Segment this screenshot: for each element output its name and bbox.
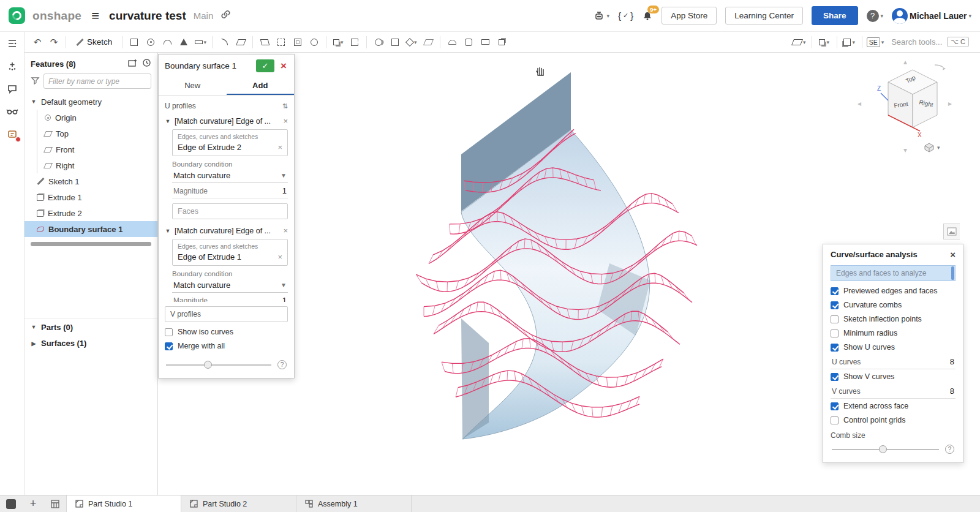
reorder-icon[interactable]: ⇅ [282, 102, 288, 110]
checkbox-unchecked[interactable] [165, 328, 173, 336]
loft-icon[interactable] [176, 35, 192, 50]
tab-add[interactable]: Add [227, 77, 295, 95]
share-button[interactable]: Share [812, 6, 858, 25]
named-views-icon[interactable]: ▾ [842, 35, 858, 50]
view-cube[interactable]: Top Front Right Z X ◂ ▸ ▴ ▾ [856, 59, 960, 157]
analysis-panel-toggle[interactable] [943, 224, 960, 239]
boundary-condition-dropdown[interactable]: Match curvature▼ [172, 168, 288, 183]
learning-assistant-icon[interactable] [5, 127, 20, 141]
slider-thumb[interactable] [879, 445, 887, 453]
comments-icon[interactable] [5, 81, 20, 96]
slider-thumb[interactable] [204, 361, 212, 369]
create-folder-icon[interactable] [127, 59, 137, 69]
edge-picker-field[interactable]: Edges, curves and sketches Edge of Extru… [172, 239, 288, 266]
tree-item-front-plane[interactable]: Front [37, 141, 157, 157]
show-u-curves-checkbox[interactable]: Show U curves [831, 340, 956, 354]
comb-size-slider[interactable] [832, 449, 939, 450]
surfaces-section[interactable]: ▶ Surfaces (1) [24, 335, 157, 352]
boundary-condition-dropdown[interactable]: Match curvature▼ [172, 277, 288, 293]
manage-tabs-button[interactable] [0, 495, 22, 512]
checkbox-checked[interactable] [831, 373, 839, 381]
insert-elements-icon[interactable] [5, 59, 20, 73]
control-point-grids-checkbox[interactable]: Control point grids [831, 413, 956, 427]
chevron-down-icon[interactable]: ▼ [165, 228, 171, 234]
chevron-right-icon[interactable]: ▶ [31, 341, 37, 347]
tab-list-icon[interactable] [44, 495, 66, 512]
notifications-bell-icon[interactable]: 9+ [642, 10, 653, 21]
u-curves-field[interactable]: U curves 8 [831, 354, 956, 369]
branch-name[interactable]: Main [194, 10, 214, 21]
chevron-down-icon[interactable]: ▼ [165, 118, 171, 124]
feature-list-icon[interactable] [5, 36, 20, 51]
undo-button[interactable]: ↶ [29, 35, 45, 50]
parts-section[interactable]: ▼ Parts (0) [24, 318, 157, 335]
tab-new[interactable]: New [159, 77, 227, 95]
measure-icon[interactable]: ▾ [791, 35, 807, 50]
tree-item-origin[interactable]: Origin [37, 110, 157, 126]
chevron-down-icon[interactable]: ▼ [31, 324, 37, 330]
draft-icon[interactable] [257, 35, 273, 50]
learning-center-button[interactable]: Learning Center [725, 7, 803, 24]
share-link-icon[interactable] [221, 9, 231, 22]
merge-with-all-checkbox[interactable]: Merge with all [165, 339, 288, 353]
magnitude-field[interactable]: Magnitude 1 [172, 183, 288, 198]
checkbox-checked[interactable] [831, 402, 839, 410]
tree-item-right-plane[interactable]: Right [37, 157, 157, 173]
accept-button[interactable]: ✓ [256, 59, 274, 72]
u-profile-entry-1[interactable]: ▼ [Match curvature] Edge of ... × [165, 113, 288, 128]
checkbox-unchecked[interactable] [831, 329, 839, 337]
boolean-icon[interactable] [371, 35, 386, 50]
isometric-view-button[interactable]: ▾ [924, 142, 940, 153]
checkbox-checked[interactable] [831, 301, 839, 309]
edges-faces-input[interactable]: Edges and faces to analyze [831, 265, 956, 281]
show-v-curves-checkbox[interactable]: Show V curves [831, 369, 956, 383]
tree-item-boundary-surface-1[interactable]: Boundary surface 1 [24, 221, 157, 237]
u-profile-entry-2[interactable]: ▼ [Match curvature] Edge of ... × [165, 223, 288, 238]
custom-feature-se-button[interactable]: SE▾ [867, 35, 884, 50]
split-icon[interactable] [387, 35, 403, 50]
clear-selection-icon[interactable]: × [277, 143, 282, 152]
add-tab-button[interactable]: + [22, 495, 44, 512]
tree-item-extrude-2[interactable]: Extrude 2 [24, 205, 157, 221]
analysis-glasses-icon[interactable] [5, 104, 20, 119]
sketch-button[interactable]: Sketch [70, 37, 118, 47]
onshape-logo-icon[interactable] [9, 7, 25, 24]
feature-filter-input[interactable] [43, 73, 151, 89]
checkbox-unchecked[interactable] [831, 315, 839, 323]
move-face-icon[interactable] [477, 35, 493, 50]
magnitude-field[interactable]: Magnitude 1 [172, 293, 288, 302]
extrude-icon[interactable] [126, 35, 142, 50]
remove-entry-icon[interactable]: × [283, 116, 288, 126]
search-tools[interactable]: Search tools... ⌥ C [885, 35, 975, 49]
show-iso-curves-checkbox[interactable]: Show iso curves [165, 325, 288, 339]
tab-assembly-1[interactable]: Assembly 1 [296, 495, 412, 512]
chamfer-icon[interactable] [233, 35, 249, 50]
clear-selection-icon[interactable]: × [277, 252, 282, 262]
shell-icon[interactable] [290, 35, 306, 50]
mirror-icon[interactable] [347, 35, 363, 50]
tree-item-sketch-1[interactable]: Sketch 1 [24, 173, 157, 189]
diagnostics-icon[interactable]: ▾ [594, 10, 609, 21]
tab-part-studio-1[interactable]: Part Studio 1 [66, 495, 181, 512]
rotate-right-arrow[interactable]: ▸ [948, 99, 952, 108]
user-menu-button[interactable]: Michael Lauer ▾ [892, 8, 971, 24]
checkbox-unchecked[interactable] [831, 416, 839, 424]
rotate-up-arrow[interactable]: ▴ [903, 58, 907, 66]
cancel-button[interactable]: × [279, 60, 288, 72]
help-menu-button[interactable]: ? ▾ [867, 10, 884, 22]
remove-entry-icon[interactable]: × [283, 226, 288, 235]
thicken-icon[interactable]: ▾ [192, 35, 208, 50]
app-store-button[interactable]: App Store [662, 7, 717, 24]
close-icon[interactable]: × [950, 249, 956, 260]
tree-item-extrude-1[interactable]: Extrude 1 [24, 189, 157, 205]
featurescript-icon[interactable]: {✓} [618, 10, 633, 21]
faces-input[interactable]: Faces [172, 203, 288, 219]
redo-button[interactable]: ↷ [46, 35, 62, 50]
delete-face-icon[interactable] [420, 35, 436, 50]
edge-picker-field[interactable]: Edges, curves and sketches Edge of Extru… [172, 129, 288, 156]
fill-surface-icon[interactable] [461, 35, 477, 50]
checkbox-checked[interactable] [831, 287, 839, 295]
chevron-down-icon[interactable]: ▼ [31, 99, 37, 105]
display-mode-icon[interactable]: ▾ [816, 35, 832, 50]
help-icon[interactable]: ? [945, 445, 954, 454]
